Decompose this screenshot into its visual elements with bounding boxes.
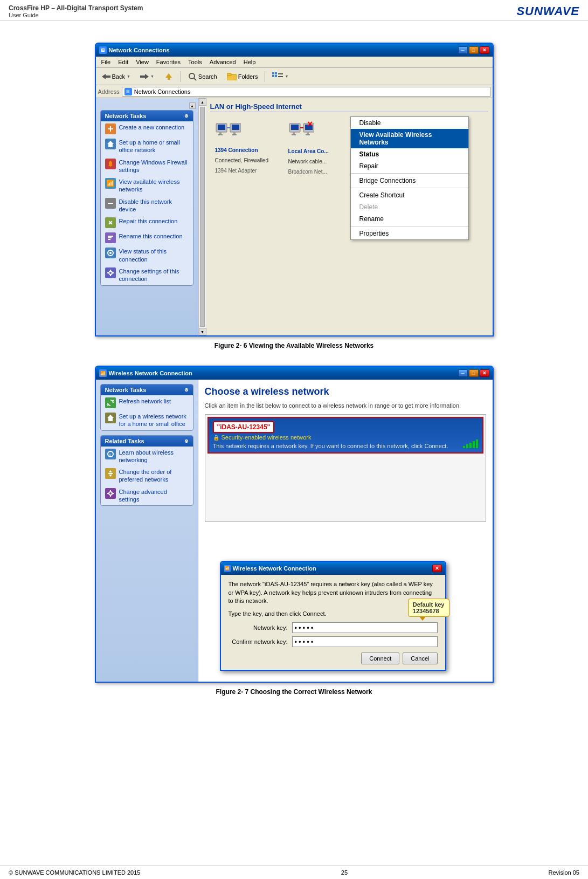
svg-rect-47 <box>306 134 310 135</box>
sidebar-item-disable[interactable]: Disable this network device <box>101 196 193 216</box>
sidebar-item-home-network[interactable]: Set up a home or small office network <box>101 136 193 156</box>
wireless-window-body: Network Tasks ⊗ <box>96 380 493 682</box>
network-connections-window: ⊞ Network Connections ─ □ ✕ File Edit Vi… <box>95 43 494 337</box>
svg-rect-22 <box>108 237 112 238</box>
network-idas-item[interactable]: "iDAS-AU-12345" 🔒 Security-enabled wirel… <box>207 417 483 454</box>
ctx-status[interactable]: Status <box>351 148 468 160</box>
menu-tools[interactable]: Tools <box>185 58 205 66</box>
wireless-window-titlebar: 📶 Wireless Network Connection ─ □ ✕ <box>96 367 493 380</box>
menu-bar: File Edit View Favorites Tools Advanced … <box>96 57 493 68</box>
svg-rect-46 <box>307 132 309 134</box>
ctx-bridge[interactable]: Bridge Connections <box>351 175 468 187</box>
sidebar-item-new-connection[interactable]: Create a new connection <box>101 121 193 136</box>
wireless-titlebar-buttons[interactable]: ─ □ ✕ <box>458 369 489 377</box>
menu-advanced[interactable]: Advanced <box>206 58 239 66</box>
settings-icon <box>105 267 116 278</box>
scroll-thumb[interactable] <box>200 107 205 327</box>
search-button[interactable]: Search <box>184 71 221 83</box>
refresh-icon <box>105 397 116 408</box>
back-button[interactable]: Back ▼ <box>98 71 134 82</box>
svg-rect-27 <box>110 270 111 271</box>
scroll-arrow-down[interactable]: ▼ <box>199 328 206 335</box>
svg-rect-1 <box>106 75 110 78</box>
search-icon <box>188 72 197 81</box>
sidebar-scrollbar[interactable]: ▲ ▼ <box>198 98 206 335</box>
menu-edit[interactable]: Edit <box>115 58 132 66</box>
wireless-maximize-btn[interactable]: □ <box>469 369 479 377</box>
home-network-label: Set up a home or small office network <box>119 139 189 154</box>
dialog-titlebar: 📶 Wireless Network Connection ✕ <box>221 562 445 575</box>
dialog-close-btn[interactable]: ✕ <box>432 565 442 572</box>
wireless-close-btn[interactable]: ✕ <box>480 369 489 377</box>
dialog-title: Wireless Network Connection <box>233 565 316 572</box>
scroll-arrow-up[interactable]: ▲ <box>199 98 206 106</box>
connect-button[interactable]: Connect <box>361 653 399 664</box>
menu-favorites[interactable]: Favorites <box>153 58 184 66</box>
ctx-repair[interactable]: Repair <box>351 160 468 172</box>
ctx-shortcut[interactable]: Create Shortcut <box>351 189 468 201</box>
conn2-status: Network cable... <box>288 159 327 164</box>
sidebar-item-repair[interactable]: Repair this connection <box>101 215 193 230</box>
address-bar: Address ⊞ Network Connections <box>96 85 493 98</box>
context-menu[interactable]: Disable View Available Wireless Networks… <box>350 116 469 240</box>
maximize-button[interactable]: □ <box>469 46 479 54</box>
svg-rect-12 <box>275 75 277 77</box>
sidebar-item-firewall[interactable]: Change Windows Firewall settings <box>101 156 193 176</box>
cancel-button[interactable]: Cancel <box>403 653 437 664</box>
address-content[interactable]: ⊞ Network Connections <box>122 87 490 97</box>
sidebar-scroll-up[interactable]: ▲ <box>96 102 198 109</box>
wireless-section-chevron[interactable]: ⊗ <box>184 387 189 393</box>
up-button[interactable] <box>160 71 177 83</box>
menu-view[interactable]: View <box>133 58 152 66</box>
svg-rect-30 <box>112 272 114 273</box>
new-connection-icon <box>105 123 116 134</box>
svg-marker-61 <box>109 475 112 477</box>
dialog-titlebar-left: 📶 Wireless Network Connection <box>224 565 316 572</box>
related-tasks-label: Related Tasks <box>105 438 144 444</box>
folders-button[interactable]: Folders <box>223 71 262 82</box>
forward-icon <box>140 73 149 80</box>
repair-icon <box>105 217 116 228</box>
titlebar-buttons[interactable]: ─ □ ✕ <box>458 46 489 54</box>
wireless-setup-item[interactable]: Set up a wireless network for a home or … <box>101 410 193 430</box>
advanced-label: Change advanced settings <box>119 488 189 504</box>
scroll-up-arrow[interactable]: ▲ <box>189 102 196 109</box>
minimize-button[interactable]: ─ <box>458 46 468 54</box>
connection-lan[interactable]: ✕ Local Area Co... Network cable... Broa… <box>286 119 350 182</box>
wireless-refresh-item[interactable]: Refresh network list <box>101 395 193 410</box>
ctx-view-wireless[interactable]: View Available Wireless Networks <box>351 129 468 148</box>
views-button[interactable]: ▼ <box>268 71 292 83</box>
confirm-key-input[interactable] <box>292 636 438 647</box>
wireless-minimize-btn[interactable]: ─ <box>458 369 468 377</box>
sidebar-item-status[interactable]: View status of this connection <box>101 245 193 265</box>
learn-wireless-item[interactable]: i Learn about wireless networking <box>101 447 193 466</box>
wireless-titlebar-left: 📶 Wireless Network Connection <box>99 369 192 377</box>
advanced-settings-item[interactable]: Change advanced settings <box>101 486 193 506</box>
svg-rect-64 <box>110 490 111 492</box>
menu-help[interactable]: Help <box>240 58 259 66</box>
menu-file[interactable]: File <box>98 58 114 66</box>
sidebar-item-wireless[interactable]: 📶 View available wireless networks <box>101 176 193 196</box>
ctx-properties[interactable]: Properties <box>351 228 468 239</box>
firewall-icon-svg <box>107 160 114 168</box>
dialog-titlebar-buttons[interactable]: ✕ <box>432 565 442 572</box>
firewall-icon <box>105 159 116 169</box>
svg-rect-37 <box>233 132 236 134</box>
wireless-network-tasks-header: Network Tasks ⊗ <box>101 384 193 395</box>
ctx-rename[interactable]: Rename <box>351 213 468 225</box>
network-list: "iDAS-AU-12345" 🔒 Security-enabled wirel… <box>205 414 486 522</box>
header-left: CrossFire HP – All-Digital Transport Sys… <box>9 4 143 18</box>
wireless-window-icon: 📶 <box>99 369 107 377</box>
sidebar-item-rename[interactable]: Rename this connection <box>101 230 193 245</box>
related-chevron[interactable]: ⊗ <box>184 438 189 444</box>
folders-icon <box>227 73 237 80</box>
section-chevron[interactable]: ⊗ <box>184 113 189 119</box>
forward-button[interactable]: ▼ <box>136 71 158 82</box>
sidebar-item-settings[interactable]: Change settings of this connection <box>101 265 193 285</box>
ctx-disable[interactable]: Disable <box>351 117 468 129</box>
close-button[interactable]: ✕ <box>480 46 489 54</box>
connection-1394[interactable]: 1394 Connection Connected, Firewalled 13… <box>212 119 277 182</box>
conn2-name: Local Area Co... <box>288 148 329 154</box>
network-key-input[interactable] <box>292 622 438 633</box>
order-networks-item[interactable]: Change the order of preferred networks <box>101 466 193 486</box>
